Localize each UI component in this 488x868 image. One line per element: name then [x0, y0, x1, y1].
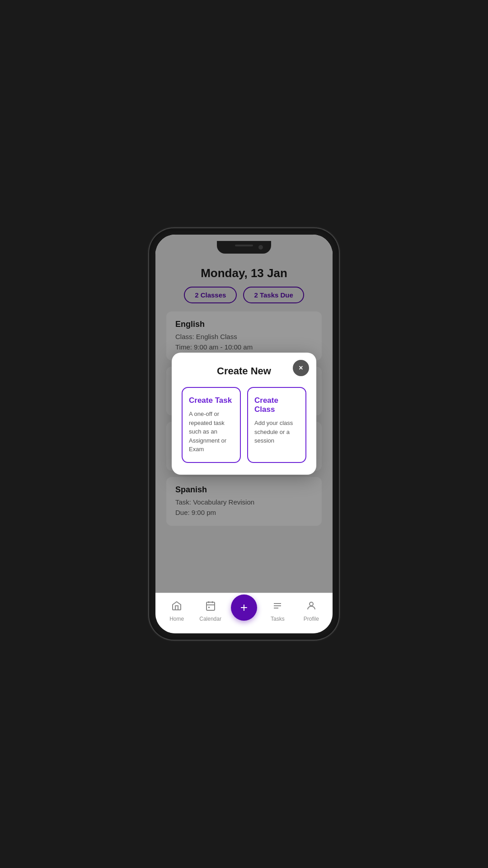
- fab-button[interactable]: +: [231, 594, 257, 621]
- create-class-option[interactable]: Create Class Add your class schedule or …: [247, 387, 306, 463]
- screen-content: Monday, 13 Jan 2 Classes 2 Tasks Due Eng…: [155, 235, 333, 593]
- svg-rect-0: [206, 602, 215, 610]
- profile-icon: [306, 600, 317, 614]
- create-class-desc: Add your class schedule or a session: [254, 419, 299, 445]
- create-task-desc: A one-off or repeated task such as an As…: [189, 410, 234, 454]
- nav-profile[interactable]: Profile: [295, 600, 328, 622]
- home-icon: [171, 600, 182, 614]
- nav-home[interactable]: Home: [160, 600, 193, 622]
- create-task-option[interactable]: Create Task A one-off or repeated task s…: [182, 387, 241, 463]
- nav-calendar-label: Calendar: [199, 616, 221, 622]
- svg-point-5: [310, 602, 313, 606]
- create-class-title: Create Class: [254, 396, 299, 414]
- create-task-title: Create Task: [189, 396, 234, 405]
- phone-screen: Monday, 13 Jan 2 Classes 2 Tasks Due Eng…: [155, 235, 333, 633]
- phone-shell: Monday, 13 Jan 2 Classes 2 Tasks Due Eng…: [149, 228, 339, 640]
- nav-calendar[interactable]: Calendar: [193, 600, 227, 622]
- bottom-nav: Home Calendar +: [155, 593, 333, 633]
- nav-home-label: Home: [169, 616, 184, 622]
- tasks-icon: [272, 600, 283, 614]
- nav-profile-label: Profile: [304, 616, 319, 622]
- nav-fab-container: +: [227, 594, 261, 621]
- notch-bar: [235, 245, 253, 246]
- svg-rect-1: [208, 607, 210, 608]
- modal-options: Create Task A one-off or repeated task s…: [182, 387, 306, 463]
- notch-camera: [258, 245, 263, 250]
- calendar-icon: [205, 600, 216, 614]
- create-new-modal: Create New × Create Task A one-off or re…: [172, 353, 316, 475]
- notch: [217, 241, 271, 254]
- fab-plus-icon: +: [240, 601, 248, 614]
- nav-tasks[interactable]: Tasks: [261, 600, 294, 622]
- nav-tasks-label: Tasks: [271, 616, 285, 622]
- modal-title: Create New: [182, 365, 306, 377]
- modal-overlay[interactable]: Create New × Create Task A one-off or re…: [155, 235, 333, 593]
- modal-close-button[interactable]: ×: [293, 360, 309, 376]
